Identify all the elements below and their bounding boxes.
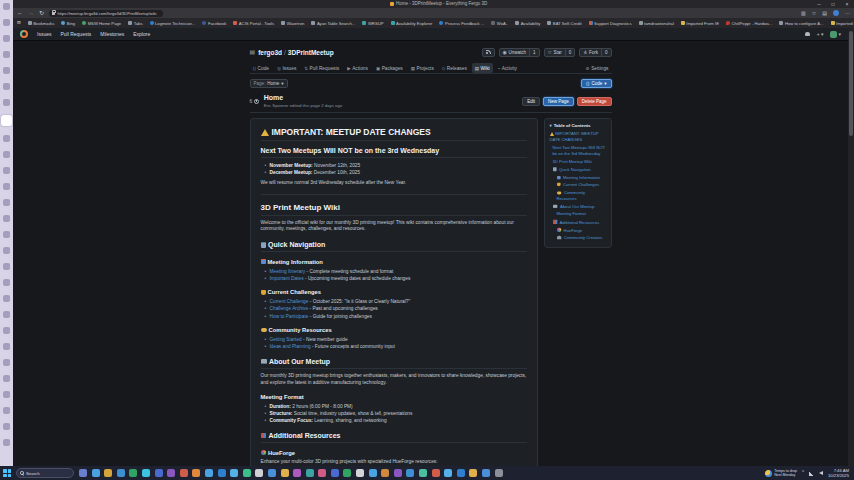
pinned-app-icon[interactable]	[343, 469, 351, 477]
pinned-app-icon[interactable]	[243, 469, 251, 477]
bookmark-item[interactable]: Support Diagnostics	[589, 21, 632, 26]
how-to-participate-link[interactable]: How to Participate	[270, 314, 309, 319]
pinned-app-icon[interactable]	[369, 469, 377, 477]
pinned-app-icon[interactable]	[180, 469, 188, 477]
toc-link[interactable]: About Our Meetup	[553, 204, 606, 210]
fork-button[interactable]: ⋔Fork 0	[579, 48, 611, 57]
vertical-tab[interactable]	[3, 135, 10, 142]
pinned-app-icon[interactable]	[444, 469, 452, 477]
wiki-code-button[interactable]: ⟨⟩ Code ▾	[581, 79, 612, 88]
browser-menu-icon[interactable]: ⋯	[845, 10, 850, 16]
bookmark-item[interactable]: Process Feedback ...	[439, 21, 484, 26]
pinned-app-icon[interactable]	[482, 469, 490, 477]
bookmark-item[interactable]: Imported From IE (1)	[831, 21, 854, 26]
bookmark-item[interactable]: Bookmarks	[28, 21, 54, 26]
volume-icon[interactable]	[819, 471, 823, 475]
split-screen-icon[interactable]: ▥	[801, 10, 806, 16]
address-bar[interactable]: https://meetup.fergo3d.com/fergo3d/3DPri…	[49, 10, 163, 17]
new-page-button[interactable]: New Page	[543, 97, 574, 106]
weather-widget[interactable]: Temps to drop Next Monday	[765, 469, 797, 478]
bookmark-item[interactable]: WRSUP	[362, 21, 383, 26]
nav-explore[interactable]: Explore	[133, 31, 150, 37]
toc-link[interactable]: Meeting Information	[557, 175, 606, 181]
vertical-tab[interactable]	[3, 215, 10, 222]
toc-link[interactable]: Community Resources	[557, 190, 606, 202]
bookmark-item[interactable]: Ayan Table Search...	[311, 21, 355, 26]
favorites-star-icon[interactable]: ☆	[812, 10, 816, 16]
bookmark-item[interactable]: WoA..	[491, 21, 508, 26]
toc-link[interactable]: Additional Resources	[553, 219, 606, 226]
pinned-app-icon[interactable]	[331, 469, 339, 477]
nav-issues[interactable]: Issues	[37, 31, 51, 37]
minimize-button[interactable]: ─	[812, 0, 826, 8]
pinned-app-icon[interactable]	[281, 469, 289, 477]
pinned-app-icon[interactable]	[306, 469, 314, 477]
start-button[interactable]	[3, 469, 11, 477]
pinned-app-icon[interactable]	[205, 469, 213, 477]
toc-link[interactable]: Community Creators	[557, 235, 606, 241]
bookmark-item[interactable]: Availability Explorer	[391, 21, 433, 26]
vertical-tab[interactable]	[3, 407, 10, 414]
pinned-app-icon[interactable]	[92, 469, 100, 477]
page-scrollbar[interactable]	[848, 28, 854, 466]
vertical-tab[interactable]	[3, 375, 10, 382]
tab-pull-requests[interactable]: ⇅Pull Requests	[301, 63, 342, 73]
bookmark-item[interactable]: tamdrawtonahal	[639, 21, 674, 26]
collections-icon[interactable]: ▤	[822, 10, 827, 16]
vertical-tab[interactable]	[3, 3, 10, 10]
repo-name-link[interactable]: 3DPrintMeetup	[288, 49, 334, 56]
bookmark-item[interactable]: ACIS Portal - Tools	[233, 21, 274, 26]
bookmark-item[interactable]: Facebook	[202, 21, 226, 26]
taskbar-clock[interactable]: 7:46 AM 10/23/2025	[828, 468, 849, 479]
toc-title[interactable]: ▾Table of Contents	[550, 123, 606, 128]
maximize-button[interactable]: □	[826, 0, 840, 8]
tab-code[interactable]: ⟨⟩Code	[250, 63, 272, 73]
pinned-app-icon[interactable]	[469, 469, 477, 477]
tab-settings[interactable]: ⚙Settings	[583, 63, 612, 73]
vertical-tab[interactable]	[3, 83, 10, 90]
pinned-app-icon[interactable]	[293, 469, 301, 477]
rss-button[interactable]	[482, 48, 495, 57]
pinned-app-icon[interactable]	[79, 469, 87, 477]
wiki-page-selector[interactable]: Page: Home ▾	[250, 79, 288, 88]
pinned-app-icon[interactable]	[318, 469, 326, 477]
bookmark-item[interactable]: BAT Self-Credit	[547, 21, 581, 26]
vertical-tab[interactable]	[3, 343, 10, 350]
tab-issues[interactable]: ◎Issues	[274, 63, 299, 73]
bookmark-item[interactable]: Wavetron	[281, 21, 304, 26]
bookmark-item[interactable]: Tabs	[128, 21, 142, 26]
bookmark-item[interactable]: Availability	[515, 21, 540, 26]
toc-link[interactable]: IMPORTANT: MEETUP DATE CHANGES	[550, 131, 606, 143]
back-icon[interactable]: ←	[17, 10, 23, 16]
vertical-tab[interactable]	[3, 295, 10, 302]
bookmark-item[interactable]: MSW Home Page	[82, 21, 121, 26]
toc-link[interactable]: Quick Navigation	[553, 166, 606, 173]
toc-link[interactable]: Next Two Meetups Will NOT be on the 3rd …	[553, 145, 606, 157]
repo-owner-link[interactable]: fergo3d	[258, 49, 282, 56]
vertical-tab[interactable]	[3, 359, 10, 366]
vertical-tab[interactable]	[3, 151, 10, 158]
bookmark-item[interactable]: Bing	[61, 21, 75, 26]
star-button[interactable]: ☆Star 0	[544, 48, 576, 57]
vertical-tab[interactable]	[3, 311, 10, 318]
bookmark-item[interactable]: Logmein Technician...	[150, 21, 196, 26]
pinned-app-icon[interactable]	[432, 469, 440, 477]
notifications-bell-icon[interactable]	[805, 32, 810, 37]
refresh-icon[interactable]: ↻	[39, 10, 44, 16]
pinned-app-icon[interactable]	[192, 469, 200, 477]
pinned-app-icon[interactable]	[495, 469, 503, 477]
scrollbar-thumb[interactable]	[849, 31, 853, 136]
tab-packages[interactable]: ▣Packages	[373, 63, 406, 73]
meeting-itinerary-link[interactable]: Meeting Itinerary	[270, 269, 306, 274]
vertical-tab[interactable]	[3, 279, 10, 286]
user-menu[interactable]: ▾	[830, 31, 841, 38]
tab-actions[interactable]: ▶Actions	[344, 63, 371, 73]
pinned-app-icon[interactable]	[356, 469, 364, 477]
bookmark-item[interactable]: How to configure A...	[779, 21, 823, 26]
toc-link[interactable]: HueForge	[557, 227, 606, 234]
forgejo-logo[interactable]	[20, 30, 28, 38]
network-icon[interactable]	[809, 471, 814, 476]
browser-profile-avatar[interactable]	[833, 10, 839, 16]
nav-pull-requests[interactable]: Pull Requests	[60, 31, 91, 37]
vertical-tab[interactable]	[3, 391, 10, 398]
